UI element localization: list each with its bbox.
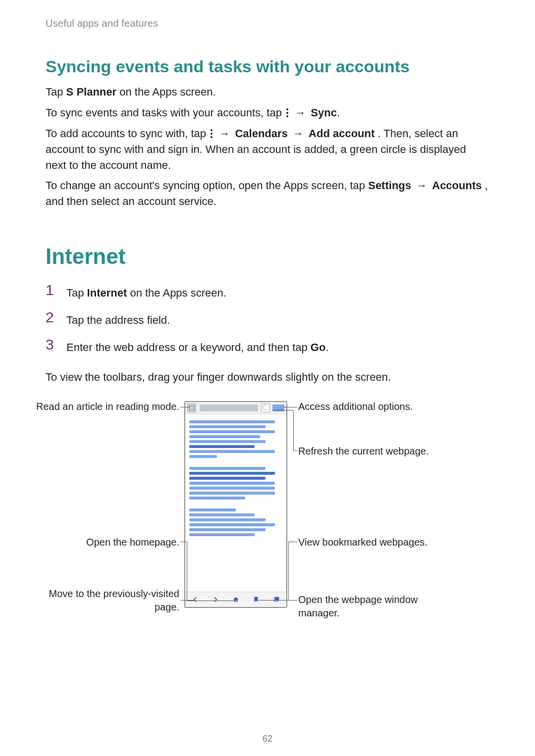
sync-p1: Tap S Planner on the Apps screen. bbox=[46, 84, 489, 100]
more-options-icon bbox=[209, 129, 214, 138]
bold-add-account: Add account bbox=[309, 127, 374, 140]
step-text: Enter the web address or a keyword, and … bbox=[66, 335, 329, 355]
text: To change an account's syncing option, o… bbox=[46, 179, 368, 192]
bold-accounts: Accounts bbox=[432, 179, 482, 192]
toolbar-hint: To view the toolbars, drag your finger d… bbox=[46, 369, 489, 385]
nav-windows-button[interactable] bbox=[273, 596, 280, 603]
bold-calendars: Calendars bbox=[235, 127, 287, 140]
arrow-icon: → bbox=[217, 127, 232, 140]
bold-sync: Sync bbox=[311, 106, 337, 119]
nav-back-button[interactable] bbox=[192, 596, 199, 603]
arrow-icon: → bbox=[414, 179, 429, 192]
step-number: 3 bbox=[46, 335, 56, 352]
arrow-icon: → bbox=[291, 127, 306, 140]
browser-diagram: Read an article in reading mode. Open th… bbox=[46, 398, 489, 646]
step-number: 2 bbox=[46, 308, 56, 325]
browser-bottom-nav bbox=[185, 592, 286, 607]
nav-forward-button[interactable] bbox=[212, 596, 219, 603]
arrow-icon: → bbox=[293, 106, 308, 119]
text: on the Apps screen. bbox=[119, 86, 215, 98]
webpage-body bbox=[185, 414, 286, 593]
address-field[interactable] bbox=[200, 404, 258, 411]
nav-home-button[interactable] bbox=[232, 596, 239, 603]
sync-p3: To add accounts to sync with, tap → Cale… bbox=[46, 126, 489, 173]
sync-p2: To sync events and tasks with your accou… bbox=[46, 105, 489, 121]
heading-internet: Internet bbox=[46, 244, 489, 269]
text: Tap bbox=[46, 86, 66, 98]
step-text: Tap Internet on the Apps screen. bbox=[66, 281, 226, 301]
callout-back: Move to the previously-visited page. bbox=[36, 587, 179, 614]
page-number: 62 bbox=[0, 734, 535, 744]
more-options-icon bbox=[285, 108, 290, 117]
section-header: Useful apps and features bbox=[46, 18, 489, 29]
phone-mock bbox=[184, 401, 287, 608]
browser-topbar bbox=[185, 402, 286, 414]
text: To sync events and tasks with your accou… bbox=[46, 106, 285, 119]
nav-bookmarks-button[interactable] bbox=[253, 596, 260, 603]
callout-window-manager: Open the webpage window manager. bbox=[298, 593, 457, 620]
reading-mode-button[interactable] bbox=[187, 403, 196, 412]
callout-more-options: Access additional options. bbox=[298, 400, 447, 413]
refresh-button[interactable] bbox=[261, 403, 270, 412]
sync-p4: To change an account's syncing option, o… bbox=[46, 178, 489, 209]
bold-settings: Settings bbox=[368, 179, 411, 192]
step-text: Tap the address field. bbox=[66, 308, 170, 328]
heading-syncing: Syncing events and tasks with your accou… bbox=[46, 57, 489, 76]
steps-list: 1 Tap Internet on the Apps screen. 2 Tap… bbox=[46, 281, 489, 355]
bold-splanner: S Planner bbox=[66, 86, 116, 98]
callout-homepage: Open the homepage. bbox=[36, 536, 179, 549]
step-number: 1 bbox=[46, 281, 56, 298]
callout-refresh: Refresh the current webpage. bbox=[298, 445, 452, 458]
text: To add accounts to sync with, tap bbox=[46, 127, 209, 140]
callout-bookmarks: View bookmarked webpages. bbox=[298, 536, 457, 549]
callout-reading-mode: Read an article in reading mode. bbox=[36, 400, 179, 413]
